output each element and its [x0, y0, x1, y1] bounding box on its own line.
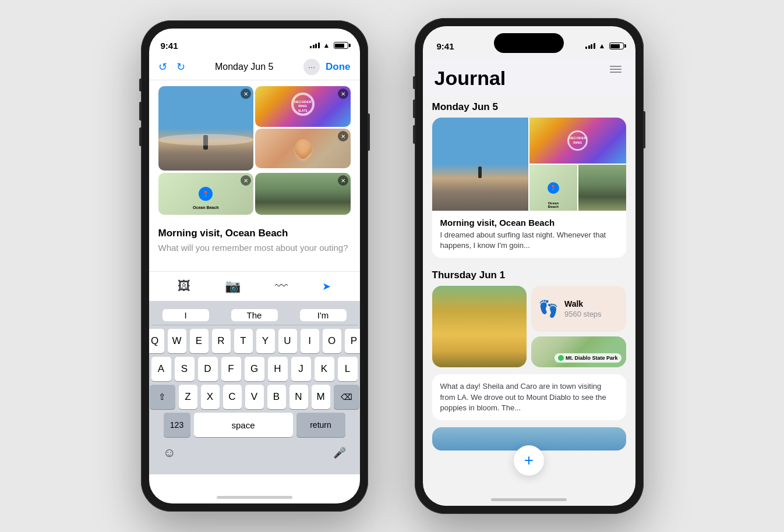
status-bar-right: 9:41 ▲ [423, 26, 635, 58]
entry-title: Morning visit, Ocean Beach [158, 228, 351, 239]
key-backspace[interactable]: ⌫ [334, 385, 359, 409]
key-i[interactable]: I [301, 329, 319, 353]
key-o[interactable]: O [323, 329, 341, 353]
status-icons-right: ▲ [585, 42, 623, 50]
fab-plus-icon: + [524, 452, 534, 469]
key-a[interactable]: A [151, 357, 171, 381]
right-battery-icon [609, 42, 624, 49]
key-z[interactable]: Z [179, 385, 197, 409]
walk-info: Walk 9560 steps [564, 299, 619, 319]
key-l[interactable]: L [338, 357, 358, 381]
menu-line-2 [610, 69, 621, 70]
key-m[interactable]: M [312, 385, 330, 409]
key-s[interactable]: S [175, 357, 195, 381]
home-indicator-right [491, 498, 567, 501]
volume-down-button[interactable] [139, 127, 142, 146]
key-g[interactable]: G [245, 357, 264, 381]
walk-label: Walk [564, 299, 619, 308]
key-v[interactable]: V [245, 385, 264, 409]
key-b[interactable]: B [267, 385, 286, 409]
jun1-entry-text: What a day! Sheila and Caro are in town … [440, 381, 618, 413]
key-return[interactable]: return [296, 413, 345, 437]
key-e[interactable]: E [190, 329, 209, 353]
key-p[interactable]: P [345, 329, 360, 353]
emoji-key[interactable]: ☺ [163, 445, 176, 460]
power-button[interactable] [368, 114, 370, 151]
suggestion-im[interactable]: I'm [300, 309, 347, 321]
volume-up-button[interactable] [139, 102, 142, 120]
journal-right-col: DECODERRING 📍 OceanBeach [529, 118, 626, 211]
home-indicator-left [217, 496, 292, 499]
right-power-button[interactable] [643, 111, 645, 148]
add-entry-button[interactable]: + [514, 445, 544, 476]
ocean-beach-card-text: I dreamed about surfing last night. When… [440, 230, 618, 251]
key-123[interactable]: 123 [164, 413, 190, 437]
park-label: Mt. Diablo State Park [566, 355, 618, 361]
waveform-icon[interactable]: 〰 [275, 279, 288, 294]
keyboard: I The I'm Q W E R T Y U I O P A S D [149, 301, 360, 474]
send-icon[interactable]: ➤ [322, 280, 331, 293]
right-volume-up[interactable] [413, 100, 415, 118]
key-space[interactable]: space [194, 413, 293, 437]
key-t[interactable]: T [234, 329, 253, 353]
signal-icon [310, 42, 320, 48]
entry-content: Morning visit, Ocean Beach What will you… [149, 221, 360, 260]
phone-right: 9:41 ▲ Journal Monday [415, 18, 644, 514]
bottom-media-row: 📍 Ocean Beach ✕ ✕ [149, 173, 360, 221]
journal-beach-photo [432, 118, 529, 211]
journal-map-pin: 📍 [548, 182, 559, 194]
suggestion-i[interactable]: I [163, 309, 209, 321]
header-date: Monday Jun 5 [215, 62, 274, 72]
mic-key[interactable]: 🎤 [333, 446, 346, 459]
key-d[interactable]: D [198, 357, 218, 381]
key-y[interactable]: Y [256, 329, 275, 353]
key-r[interactable]: R [212, 329, 231, 353]
beach-photo-cell: ✕ [158, 86, 254, 171]
close-dog-button[interactable]: ✕ [338, 175, 348, 186]
map-photo: 📍 Ocean Beach [158, 173, 254, 215]
footsteps-icon: 👣 [538, 299, 559, 318]
editor-header: ↺ ↻ Monday Jun 5 ··· Done [149, 54, 360, 80]
journal-scroll[interactable]: Monday Jun 5 DECODERRING [423, 97, 635, 506]
status-time-left: 9:41 [161, 41, 178, 51]
jun1-entry-card[interactable]: What a day! Sheila and Caro are in town … [432, 374, 626, 420]
monday-label: Monday Jun 5 [432, 101, 498, 112]
podcast-cell: DECODERRING SLATE ✕ [255, 86, 351, 127]
done-button[interactable]: Done [326, 61, 351, 73]
walk-card: 👣 Walk 9560 steps [531, 286, 626, 332]
close-shell-button[interactable]: ✕ [338, 131, 348, 141]
journal-media-grid: DECODERRING 📍 OceanBeach [432, 118, 626, 211]
key-j[interactable]: J [291, 357, 311, 381]
key-u[interactable]: U [278, 329, 297, 353]
key-w[interactable]: W [168, 329, 186, 353]
podcast-cover: DECODERRING SLATE [255, 86, 351, 127]
silent-switch[interactable] [139, 79, 142, 91]
key-q[interactable]: Q [149, 329, 164, 353]
close-map-button[interactable]: ✕ [241, 175, 251, 186]
key-x[interactable]: X [201, 385, 220, 409]
key-h[interactable]: H [268, 357, 288, 381]
key-k[interactable]: K [315, 357, 334, 381]
camera-icon[interactable]: 📷 [225, 279, 241, 294]
redo-button[interactable]: ↻ [176, 61, 185, 73]
close-beach-button[interactable]: ✕ [241, 88, 251, 99]
right-silent-switch[interactable] [413, 76, 415, 89]
key-n[interactable]: N [289, 385, 308, 409]
more-button[interactable]: ··· [303, 59, 320, 75]
undo-button[interactable]: ↺ [158, 61, 167, 73]
journal-title: Journal [435, 67, 624, 90]
photo-library-icon[interactable]: 🖼 [178, 279, 190, 294]
key-f[interactable]: F [221, 357, 241, 381]
key-shift[interactable]: ⇧ [150, 385, 175, 409]
journal-bottom-row: 📍 OceanBeach [529, 165, 626, 211]
menu-line-3 [610, 72, 621, 73]
entry-prompt: What will you remember most about your o… [158, 243, 351, 253]
journal-menu-button[interactable] [608, 61, 624, 77]
right-volume-down[interactable] [413, 125, 415, 144]
walk-steps: 9560 steps [564, 310, 602, 318]
suggestion-the[interactable]: The [231, 309, 278, 321]
key-c[interactable]: C [223, 385, 242, 409]
ocean-beach-entry-card[interactable]: DECODERRING 📍 OceanBeach Morning visit, … [432, 118, 626, 258]
shell-cell: ✕ [255, 129, 351, 168]
close-podcast-button[interactable]: ✕ [338, 88, 348, 99]
